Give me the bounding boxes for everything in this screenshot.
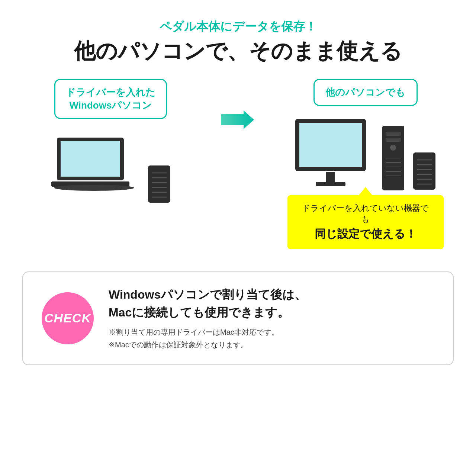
- arrow-container: [221, 79, 255, 131]
- svg-marker-11: [221, 110, 254, 129]
- header-subtitle: ペダル本体にデータを保存！: [74, 19, 402, 35]
- right-computer-group: [293, 117, 437, 192]
- diagram-section: ドライバーを入れたWindowsパソコン: [22, 79, 454, 249]
- svg-rect-18: [386, 138, 401, 142]
- svg-point-3: [54, 185, 134, 191]
- check-badge: CHECK: [42, 292, 94, 344]
- left-computer-group: [49, 130, 172, 205]
- svg-rect-17: [386, 132, 401, 136]
- diagram-top: ドライバーを入れたWindowsパソコン: [22, 79, 454, 249]
- tooltip-yellow: ドライバーを入れていない機器でも 同じ設定で使える！: [287, 195, 444, 249]
- page-container: ペダル本体にデータを保存！ 他のパソコンで、そのまま使える ドライバーを入れたW…: [0, 0, 476, 476]
- svg-rect-15: [316, 182, 345, 186]
- tooltip-text2: 同じ設定で使える！: [299, 226, 432, 242]
- check-content: Windowsパソコンで割り当て後は、Macに接続しても使用できます。 ※割り当…: [109, 286, 434, 351]
- svg-rect-1: [61, 141, 120, 177]
- header-title: 他のパソコンで、そのまま使える: [74, 38, 402, 64]
- pedal-right-icon: [411, 151, 437, 192]
- diagram-left: ドライバーを入れたWindowsパソコン: [22, 79, 199, 205]
- monitor-icon: [293, 117, 375, 192]
- right-label-box: 他のパソコンでも: [313, 79, 418, 106]
- header-section: ペダル本体にデータを保存！ 他のパソコンで、そのまま使える: [74, 19, 402, 64]
- check-sub-text1: ※割り当て用の専用ドライバーはMac非対応です。: [109, 328, 279, 336]
- check-section: CHECK Windowsパソコンで割り当て後は、Macに接続しても使用できます…: [22, 271, 454, 365]
- diagram-right: 他のパソコンでも: [277, 79, 454, 249]
- laptop-icon: [49, 130, 139, 205]
- tower-icon: [381, 125, 405, 192]
- check-main-text: Windowsパソコンで割り当て後は、Macに接続しても使用できます。: [109, 286, 434, 321]
- arrow-icon: [221, 109, 255, 131]
- check-sub-text: ※割り当て用の専用ドライバーはMac非対応です。 ※Macでの動作は保証対象外と…: [109, 326, 434, 351]
- check-badge-text: CHECK: [44, 311, 91, 325]
- check-sub-text2: ※Macでの動作は保証対象外となります。: [109, 341, 248, 349]
- pedal-left-icon: [146, 164, 172, 205]
- tooltip-text1: ドライバーを入れていない機器でも: [299, 203, 432, 225]
- svg-point-19: [390, 145, 396, 151]
- svg-rect-13: [299, 123, 362, 167]
- svg-rect-14: [326, 172, 335, 183]
- left-label-box: ドライバーを入れたWindowsパソコン: [54, 79, 167, 119]
